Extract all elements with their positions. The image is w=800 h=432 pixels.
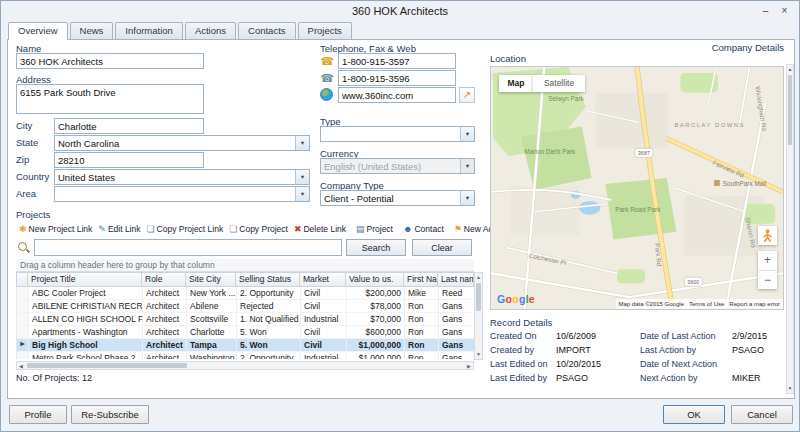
table-cell[interactable]: Ron [405, 339, 439, 352]
location-map[interactable]: 3687 3600 Seneca Pl Selwyn Park Wickingh… [490, 66, 784, 310]
table-cell[interactable]: Apartments - Washington [29, 326, 143, 339]
table-cell[interactable]: 1. Not Qualified [237, 313, 301, 326]
group-by-hint[interactable]: Drag a column header here to group by th… [16, 259, 474, 272]
tab-news[interactable]: News [70, 22, 114, 39]
scroll-right-arrow[interactable] [465, 362, 473, 369]
table-cell[interactable]: Gans [439, 326, 474, 339]
scrollbar-thumb[interactable] [788, 75, 792, 145]
table-cell[interactable]: Gans [439, 313, 474, 326]
table-cell[interactable]: Industrial [301, 352, 347, 359]
table-cell[interactable]: Metro Park School Phase 2 [29, 352, 143, 359]
pegman-control[interactable] [758, 226, 777, 245]
table-row[interactable]: ALLEN CO HIGH SCHOOL PH 2ArchitectScotts… [17, 313, 474, 326]
table-cell[interactable]: 5. Won [237, 339, 301, 352]
table-cell[interactable]: Gans [439, 352, 474, 359]
table-vertical-scrollbar[interactable] [474, 272, 483, 360]
table-cell[interactable]: Civil [301, 326, 347, 339]
search-input[interactable] [34, 239, 342, 256]
resubscribe-button[interactable]: Re-Subscribe [71, 405, 149, 424]
open-website-button[interactable] [459, 87, 475, 103]
website-input[interactable] [338, 87, 456, 103]
new-project-link-button[interactable]: New Project Link [16, 223, 95, 235]
table-cell[interactable]: Architect [143, 313, 187, 326]
profile-button[interactable]: Profile [9, 405, 67, 424]
map-terms-link[interactable]: Terms of Use [689, 301, 724, 307]
name-input[interactable] [16, 53, 204, 69]
table-cell[interactable]: ALLEN CO HIGH SCHOOL PH 2 [29, 313, 143, 326]
table-cell[interactable]: $1,000,000 [347, 339, 405, 352]
delete-link-button[interactable]: Delete Link [291, 223, 349, 235]
panel-vertical-scrollbar[interactable] [786, 64, 794, 394]
table-cell[interactable]: Tampa [187, 339, 237, 352]
tab-overview[interactable]: Overview [8, 22, 68, 40]
scroll-left-arrow[interactable] [17, 362, 25, 369]
table-cell[interactable]: ABC Cooler Project [29, 287, 143, 300]
column-header-last-name[interactable]: Last name [438, 272, 474, 287]
area-select[interactable] [54, 186, 310, 202]
table-cell[interactable]: 2. Opportunity [237, 352, 301, 359]
table-cell[interactable]: Civil [301, 287, 347, 300]
table-cell[interactable]: Gans [439, 300, 474, 313]
ok-button[interactable]: OK [663, 405, 725, 424]
column-header-selling-status[interactable]: Selling Status [236, 272, 300, 287]
column-header-value[interactable]: Value to us. [346, 272, 404, 287]
city-input[interactable] [54, 118, 204, 134]
scroll-up-arrow[interactable] [787, 65, 793, 74]
tab-projects[interactable]: Projects [298, 22, 352, 39]
column-header-project-title[interactable]: Project Title [28, 272, 142, 287]
chevron-down-icon[interactable] [295, 136, 309, 150]
table-cell[interactable]: $70,000 [347, 313, 405, 326]
search-button[interactable]: Search [346, 239, 406, 256]
table-cell[interactable]: Mike [405, 287, 439, 300]
table-cell[interactable]: Reed [439, 287, 474, 300]
table-row[interactable]: ▸Big High SchoolArchitectTampa5. WonCivi… [17, 339, 474, 352]
copy-project-link-button[interactable]: Copy Project Link [143, 223, 226, 235]
table-horizontal-scrollbar[interactable] [16, 361, 474, 370]
chevron-down-icon[interactable] [460, 191, 474, 205]
address-input[interactable]: 6155 Park South Drive [16, 84, 204, 114]
phone2-input[interactable] [338, 70, 456, 86]
satellite-view-button[interactable]: Satellite [533, 75, 585, 92]
clear-button[interactable]: Clear [412, 239, 472, 256]
map-view-button[interactable]: Map [499, 75, 533, 92]
table-cell[interactable]: Washington [187, 352, 237, 359]
zoom-in-button[interactable]: + [758, 251, 777, 270]
zoom-out-button[interactable]: − [758, 270, 777, 289]
table-cell[interactable]: Civil [301, 339, 347, 352]
type-select[interactable] [320, 126, 475, 142]
copy-project-button[interactable]: Copy Project [226, 223, 291, 235]
table-row[interactable]: Metro Park School Phase 2ArchitectWashin… [17, 352, 474, 359]
column-header-first-name[interactable]: First Name [404, 272, 438, 287]
table-cell[interactable]: New York ... [187, 287, 237, 300]
scrollbar-thumb[interactable] [27, 363, 187, 368]
tab-actions[interactable]: Actions [185, 22, 236, 39]
table-cell[interactable]: Architect [143, 300, 187, 313]
titlebar[interactable]: 360 HOK Architects – × [1, 1, 799, 21]
table-cell[interactable]: 2. Opportunity [237, 287, 301, 300]
contact-button[interactable]: Contact [400, 223, 447, 235]
table-cell[interactable]: 5. Won [237, 326, 301, 339]
table-cell[interactable]: Architect [143, 326, 187, 339]
table-cell[interactable]: Ron [405, 300, 439, 313]
minimize-button[interactable]: – [758, 4, 773, 18]
chevron-down-icon[interactable] [295, 187, 309, 201]
table-cell[interactable]: Big High School [29, 339, 143, 352]
table-cell[interactable]: Ron [405, 326, 439, 339]
table-cell[interactable]: Architect [143, 339, 187, 352]
project-button[interactable]: Project [353, 223, 396, 235]
chevron-down-icon[interactable] [460, 127, 474, 141]
cancel-button[interactable]: Cancel [731, 405, 793, 424]
tab-information[interactable]: Information [115, 22, 183, 39]
chevron-down-icon[interactable] [295, 170, 309, 184]
table-cell[interactable]: Rejected [237, 300, 301, 313]
company-type-select[interactable]: Client - Potential [320, 190, 475, 206]
table-cell[interactable]: Architect [143, 287, 187, 300]
scrollbar-thumb[interactable] [476, 283, 481, 311]
table-cell[interactable]: Scottsville [187, 313, 237, 326]
table-cell[interactable]: Charlotte [187, 326, 237, 339]
column-header-market[interactable]: Market [300, 272, 346, 287]
column-header-site-city[interactable]: Site City [186, 272, 236, 287]
country-select[interactable]: United States [54, 169, 310, 185]
table-cell[interactable]: Ron [405, 313, 439, 326]
scroll-down-arrow[interactable] [475, 350, 482, 359]
